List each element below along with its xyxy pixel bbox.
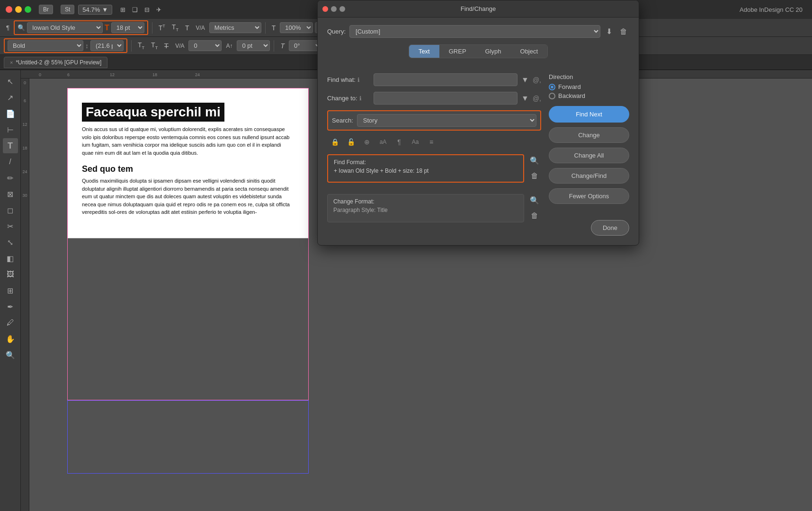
table-tool[interactable]: ⊞ [3,283,18,298]
minimize-button[interactable] [15,6,22,13]
para-format-icon[interactable]: ¶ [4,23,12,32]
find-next-button[interactable]: Find Next [549,106,629,123]
layout-icon[interactable]: ⊞ [118,5,128,14]
select-tool[interactable]: ↖ [3,74,18,89]
image-tool[interactable]: 🖼 [3,267,18,282]
kern-icon[interactable]: V/A [173,42,187,50]
change-to-dropdown[interactable]: ▼ [519,92,531,105]
dialog-minimize-btn[interactable] [331,6,337,12]
gradient-tool[interactable]: ◧ [3,251,18,266]
dialog-traffic-lights[interactable] [322,6,345,12]
done-button[interactable]: Done [591,220,629,236]
word-icon[interactable]: Aa [409,135,422,149]
change-format-actions: 🔍 🗑 [528,194,541,222]
backward-radio[interactable] [549,93,555,99]
baseline-select[interactable]: 0 pt [237,40,270,51]
find-what-dropdown[interactable]: ▼ [519,74,531,86]
kerning-select[interactable]: Metrics [209,22,261,33]
measure-tool[interactable]: ✒ [3,299,18,314]
change-button[interactable]: Change [549,127,629,143]
traffic-lights[interactable] [6,6,31,13]
kern-value-select[interactable]: 0 [188,40,222,51]
stock-button[interactable]: St [61,5,74,14]
query-label: Query: [327,28,346,35]
fewer-options-button[interactable]: Fewer Options [549,188,629,204]
tab-text[interactable]: Text [409,45,439,58]
scissors-tool[interactable]: ✂ [3,219,18,234]
dialog-title-text: Find/Change [461,5,496,12]
font-style-select[interactable]: Bold [8,40,83,51]
query-row: Query: [Custom] ⬇ 🗑 [327,25,629,38]
change-to-input[interactable] [374,92,518,105]
tab-grep[interactable]: GREP [439,45,476,58]
workspace-icon[interactable]: ⊟ [142,5,152,14]
horiz-scale-select[interactable]: 100% [280,22,313,33]
change-all-button[interactable]: Change All [549,148,629,163]
text-size-icon[interactable]: T [183,23,192,33]
eyedropper-tool[interactable]: 🖊 [3,315,18,330]
gap-tool[interactable]: ⊢ [3,122,18,137]
bridge-button[interactable]: Br [39,5,53,14]
leading-select[interactable]: (21.6 pt) [90,40,124,51]
direct-select-tool[interactable]: ↗ [3,90,18,105]
maximize-button[interactable] [25,6,31,13]
change-info-icon: ℹ [359,95,362,102]
tab-object[interactable]: Object [511,45,548,58]
document-tab[interactable]: × *Untitled-2 @ 55% [GPU Preview] [4,57,107,68]
baseline-icon[interactable]: A↑ [223,42,235,50]
kerning-alt-icon[interactable]: V/A [193,24,207,32]
layer-icon[interactable]: ⊕ [360,135,374,149]
change-format-delete-btn[interactable]: 🗑 [528,210,541,222]
unlock-icon[interactable]: 🔓 [344,135,357,149]
transform-tool[interactable]: ⤡ [3,235,18,250]
zoom-icon: 🔍 [6,351,15,360]
change-format-search-btn[interactable]: 🔍 [528,194,541,207]
page-heading2: Sed quo tem [82,164,294,174]
measure-icon: ✒ [7,302,13,311]
frame-tool[interactable]: ⊠ [3,186,18,202]
page-tool[interactable]: 📄 [3,106,18,121]
zoom-tool[interactable]: 🔍 [3,347,18,362]
sub-T-icon[interactable]: TT [135,40,147,51]
sub-T2-icon[interactable]: TT [149,40,160,51]
delete-query-btn[interactable]: 🗑 [618,26,629,38]
para-icon[interactable]: ¶ [393,135,406,149]
text-tool[interactable]: T [3,138,18,153]
send-icon[interactable]: ✈ [154,5,164,14]
save-query-btn[interactable]: ⬇ [604,25,614,38]
strikethrough-icon[interactable]: T̶ [162,41,171,51]
find-format-delete-btn[interactable]: 🗑 [528,170,541,182]
dialog-zoom-btn[interactable] [339,6,345,12]
search-select[interactable]: Story [357,114,536,127]
italic-T-icon[interactable]: T [278,41,287,51]
page-heading1: Faceaqua sperchil mi [82,103,224,122]
dialog-close-btn[interactable] [322,6,328,12]
forward-radio[interactable] [549,84,555,90]
font-size-select[interactable]: 18 pt [111,22,144,33]
change-to-label: Change to: ℹ [327,95,370,102]
align-icon[interactable]: ≡ [425,135,438,149]
find-what-label: Find what: ℹ [327,76,370,83]
zoom-value: 54.7% [82,6,100,13]
tab-close-icon[interactable]: × [10,60,13,65]
change-find-button[interactable]: Change/Find [549,168,629,184]
subscript-icon[interactable]: TT [170,22,181,33]
shape-tool[interactable]: ◻ [3,203,18,218]
hand-tool[interactable]: ✋ [3,331,18,346]
query-select[interactable]: [Custom] [349,25,600,38]
find-what-wrap: ▼ @, [374,73,541,86]
lock-icon[interactable]: 🔒 [328,135,341,149]
close-button[interactable] [6,6,12,13]
eyedropper-icon: 🖊 [7,318,14,327]
arrange-icon[interactable]: ❑ [130,5,140,14]
zoom-control[interactable]: 54.7% ▼ [78,5,112,15]
pencil-tool[interactable]: / [3,154,18,169]
superscript-icon[interactable]: TT [156,23,168,33]
font-name-select[interactable]: Iowan Old Style [27,22,103,33]
tab-glyph[interactable]: Glyph [476,45,511,58]
horiz-scale-icon[interactable]: T [269,23,278,33]
case-icon[interactable]: aA [376,135,390,149]
find-format-search-btn[interactable]: 🔍 [528,154,541,167]
brush-tool[interactable]: ✏ [3,170,18,185]
find-what-input[interactable] [374,73,518,86]
